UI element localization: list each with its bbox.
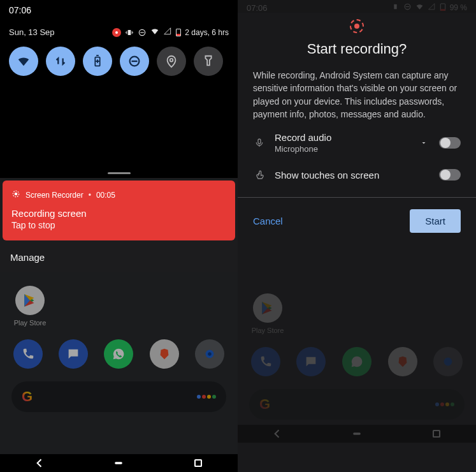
screen-record-icon	[11, 189, 20, 200]
dialog-record-icon	[253, 19, 461, 33]
cancel-button[interactable]: Cancel	[253, 216, 283, 226]
svg-rect-18	[258, 139, 261, 144]
qs-tile-data[interactable]	[46, 47, 75, 76]
screen-dialog: 07:06 99 % Play Store	[238, 0, 476, 472]
search-bar[interactable]: G	[11, 381, 226, 412]
dnd-status-icon	[138, 28, 147, 37]
recording-indicator-icon	[112, 28, 121, 37]
svg-rect-10	[195, 460, 201, 466]
qs-tile-dnd[interactable]	[120, 47, 149, 76]
row-sublabel: Microphone	[275, 144, 408, 154]
dock-whatsapp[interactable]	[104, 339, 133, 369]
date-label: Sun, 13 Sep	[9, 27, 55, 37]
clock: 07:06	[9, 5, 31, 15]
qs-tile-wifi[interactable]	[9, 47, 38, 76]
dock-camera[interactable]	[195, 339, 224, 369]
signal-status-icon	[163, 27, 172, 38]
nav-home-icon[interactable]	[112, 457, 125, 469]
start-recording-dialog: Start recording? While recording, Androi…	[238, 0, 476, 198]
shade-handle[interactable]	[108, 172, 131, 174]
start-button[interactable]: Start	[410, 209, 461, 233]
status-icons: 2 days, 6 hrs	[112, 27, 229, 38]
notification-header: Screen Recorder • 00:05	[11, 189, 226, 200]
shade-body	[0, 90, 238, 178]
recording-notification[interactable]: Screen Recorder • 00:05 Recording screen…	[3, 181, 235, 240]
google-g-icon: G	[22, 388, 32, 405]
dialog-title: Start recording?	[253, 41, 461, 57]
row-show-touches[interactable]: Show touches on screen	[253, 158, 461, 184]
svg-point-4	[170, 59, 173, 62]
navigation-bar	[0, 454, 238, 472]
notification-subtitle: Tap to stop	[11, 220, 226, 230]
svg-point-8	[208, 352, 212, 356]
home-screen-dimmed: Play Store G	[0, 272, 238, 454]
recording-timer: 00:05	[96, 191, 115, 200]
battery-estimate: 2 days, 6 hrs	[185, 28, 229, 37]
screen-shade: 07:06 Sun, 13 Sep 2 days, 6 hrs	[0, 0, 238, 472]
dock-brave[interactable]	[150, 339, 179, 369]
nav-back-icon[interactable]	[33, 457, 46, 469]
app-play-store[interactable]: Play Store	[8, 286, 52, 327]
dock	[0, 327, 238, 374]
wifi-status-icon	[150, 27, 159, 38]
battery-status-icon	[176, 29, 181, 36]
qs-tile-location[interactable]	[157, 47, 186, 76]
dialog-scrim: Start recording? While recording, Androi…	[238, 0, 476, 472]
svg-rect-9	[115, 462, 123, 464]
dock-phone[interactable]	[13, 339, 43, 369]
app-label: Play Store	[14, 319, 47, 327]
show-touches-toggle[interactable]	[439, 169, 461, 181]
separator-dot: •	[89, 191, 91, 200]
svg-point-6	[15, 193, 17, 195]
record-audio-toggle[interactable]	[439, 137, 461, 149]
qs-tile-flashlight[interactable]	[194, 47, 223, 76]
dialog-actions: Cancel Start	[238, 198, 476, 248]
row-record-audio[interactable]: Record audio Microphone	[253, 121, 461, 158]
assistant-icon[interactable]	[197, 395, 216, 399]
qs-tile-battery-saver[interactable]	[83, 47, 112, 76]
notification-title: Recording screen	[11, 208, 226, 219]
vibrate-icon	[125, 28, 134, 37]
quick-settings-tiles	[0, 43, 238, 90]
touch-icon	[253, 170, 266, 180]
mic-icon	[253, 138, 266, 148]
svg-rect-0	[128, 29, 131, 34]
qs-header: Sun, 13 Sep 2 days, 6 hrs	[0, 15, 238, 43]
dialog-body: While recording, Android System can capt…	[253, 69, 461, 121]
dropdown-icon[interactable]	[417, 139, 430, 147]
dock-messages[interactable]	[59, 339, 88, 369]
nav-recents-icon[interactable]	[192, 457, 205, 469]
row-label: Show touches on screen	[275, 170, 430, 181]
manage-button[interactable]: Manage	[0, 243, 238, 272]
status-bar: 07:06	[0, 0, 238, 15]
row-label: Record audio	[275, 132, 408, 143]
notification-app-name: Screen Recorder	[25, 191, 83, 200]
